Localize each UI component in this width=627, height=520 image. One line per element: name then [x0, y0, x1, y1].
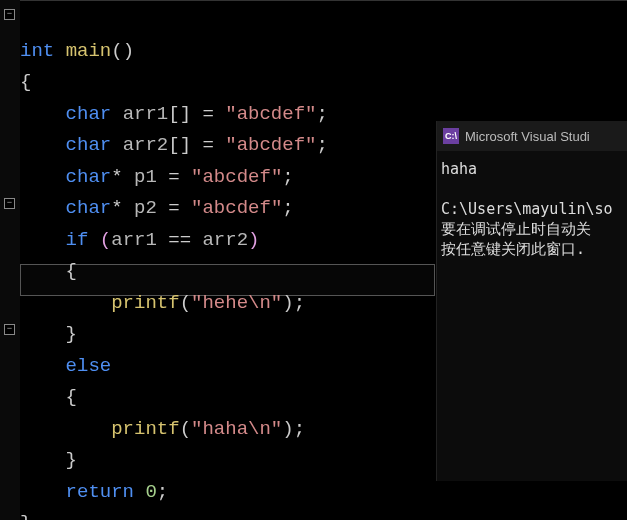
code-line: char arr2[] = "abcdef";: [20, 134, 328, 156]
debug-console-window[interactable]: C:\ Microsoft Visual Studi haha C:\Users…: [436, 121, 627, 481]
code-line: }: [20, 449, 77, 471]
code-line: char* p2 = "abcdef";: [20, 197, 294, 219]
code-line: char arr1[] = "abcdef";: [20, 103, 328, 125]
code-line: char* p1 = "abcdef";: [20, 166, 294, 188]
vs-icon: C:\: [443, 128, 459, 144]
code-line: printf("hehe\n");: [20, 292, 305, 314]
code-line: {: [20, 71, 31, 93]
code-line: if (arr1 == arr2): [20, 229, 259, 251]
code-line: printf("haha\n");: [20, 418, 305, 440]
console-title-text: Microsoft Visual Studi: [465, 129, 590, 144]
code-line: }: [20, 512, 31, 520]
fold-toggle-icon[interactable]: −: [4, 198, 15, 209]
console-line: haha: [441, 160, 477, 178]
code-line: return 0;: [20, 481, 168, 503]
fold-gutter: − − −: [0, 0, 20, 520]
console-output: haha C:\Users\mayulin\so 要在调试停止时自动关 按任意键…: [437, 151, 627, 263]
code-line: {: [20, 386, 77, 408]
fold-toggle-icon[interactable]: −: [4, 9, 15, 20]
code-line: int main(): [20, 40, 134, 62]
console-line: C:\Users\mayulin\so: [441, 200, 613, 218]
code-line: else: [20, 355, 111, 377]
code-area[interactable]: int main() { char arr1[] = "abcdef"; cha…: [20, 4, 328, 520]
console-line: 按任意键关闭此窗口.: [441, 240, 585, 258]
code-line: {: [20, 260, 77, 282]
editor-border-top: [0, 0, 627, 1]
code-line: }: [20, 323, 77, 345]
console-titlebar[interactable]: C:\ Microsoft Visual Studi: [437, 121, 627, 151]
console-line: 要在调试停止时自动关: [441, 220, 591, 238]
fold-toggle-icon[interactable]: −: [4, 324, 15, 335]
